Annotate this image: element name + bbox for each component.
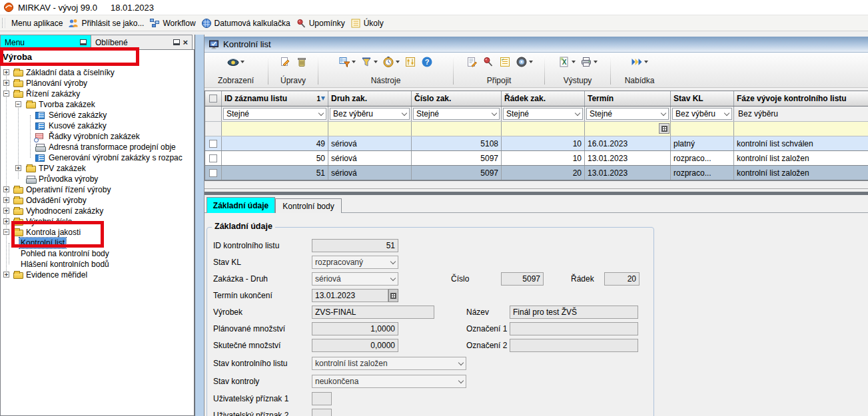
table-row-selected[interactable]: 51 sériová 5097 20 13.01.2023 rozpraco..… (205, 166, 868, 180)
tree-item-kontrolni-list[interactable]: Kontrolní list (1, 238, 194, 248)
row-checkbox[interactable] (209, 169, 217, 177)
tree-item-tpv-zakazek[interactable]: TPV zakázek (1, 163, 194, 174)
delete-button[interactable] (296, 56, 308, 68)
column-header-cislo-zak[interactable]: Číslo zak. (412, 91, 502, 106)
expand-icon[interactable] (3, 218, 9, 224)
minimize-icon[interactable] (80, 39, 87, 45)
horizontal-splitter[interactable] (205, 192, 868, 195)
menu-item-datumova-kalkulacka[interactable]: Datumová kalkulačka (199, 17, 293, 30)
minimize-icon[interactable] (173, 39, 180, 45)
table-filter-button[interactable] (338, 56, 356, 68)
menu-item-upominky[interactable]: Upomínky (293, 17, 348, 30)
table-row[interactable]: 49 sériová 5108 10 16.01.2023 platný kon… (205, 136, 868, 151)
tree-item-evidence-meridel[interactable]: Evidence měřidel (1, 270, 194, 280)
filter-mode-druh[interactable]: Bez výběru (330, 108, 410, 120)
column-header-druh-zak[interactable]: Druh zak. (328, 91, 412, 106)
menu-item-menu-aplikace[interactable]: Menu aplikace (9, 17, 65, 29)
checklist-button[interactable] (499, 56, 511, 68)
filter-mode-termin[interactable]: Stejné (586, 108, 669, 120)
attach-note-button[interactable] (466, 56, 478, 68)
filter-mode-id[interactable]: Stejné (223, 108, 326, 120)
expand-icon[interactable] (3, 272, 9, 278)
stav-kl-select[interactable]: rozpracovaný (312, 256, 398, 269)
expand-icon[interactable] (3, 208, 9, 214)
tree-item-vyhodnoceni-zakazky[interactable]: Vyhodnocení zakázky (1, 206, 194, 216)
excel-export-button[interactable]: X (558, 56, 576, 68)
tree-item-vyrobni-cisla[interactable]: Výrobní čísla (1, 216, 194, 227)
stav-kontrolniho-listu-select[interactable]: kontrolní list založen (312, 357, 466, 370)
calendar-icon[interactable] (388, 289, 398, 302)
settings-sliders-button[interactable] (404, 56, 416, 68)
chevrons-menu-button[interactable] (631, 56, 648, 68)
tree-item-zakladni-data[interactable]: Základní data a číselníky (1, 67, 194, 78)
menu-item-ukoly[interactable]: Úkoly (348, 17, 386, 30)
column-header-id-zaznamu[interactable]: ID záznamu listu 1 (222, 91, 328, 106)
calendar-icon[interactable] (659, 123, 669, 134)
filter-mode-cislo[interactable]: Stejné (413, 108, 500, 120)
tree-item-rizeni-zakazky[interactable]: Řízení zakázky (1, 89, 194, 99)
view-eye-button[interactable] (227, 56, 244, 68)
filter-input-faze[interactable] (734, 122, 868, 136)
funnel-filter-button[interactable] (360, 56, 378, 68)
uzivatelsky-priznak-1-field[interactable] (312, 392, 332, 405)
tree-item-tvorba-zakazek[interactable]: Tvorba zakázek (1, 99, 194, 110)
collapse-icon[interactable] (3, 91, 9, 97)
zakazka-druh-select[interactable]: sériová (312, 272, 398, 286)
tree-item-hlaseni-kontrolnich-bodu[interactable]: Hlášení kontrolních bodů (1, 259, 194, 270)
table-row[interactable]: 50 sériová 5097 10 13.01.2023 rozpraco..… (205, 151, 868, 166)
tree-item-pohled-na-kontrolni-body[interactable]: Pohled na kontrolní body (1, 248, 194, 259)
expand-icon[interactable] (15, 165, 21, 171)
filter-input-cislo[interactable] (412, 122, 502, 136)
filter-input-stav[interactable] (671, 122, 734, 136)
filter-input-druh[interactable] (328, 122, 412, 136)
uzivatelsky-priznak-2-field[interactable] (312, 409, 332, 416)
tree-item-planovani-vyroby[interactable]: Plánování výroby (1, 78, 194, 89)
column-header-stav-kl[interactable]: Stav KL (671, 91, 734, 106)
sidebar-tab-menu[interactable]: Menu (0, 35, 91, 49)
row-checkbox[interactable] (209, 154, 217, 162)
menu-item-workflow[interactable]: Workflow (147, 17, 198, 30)
tree-item-operativni-rizeni[interactable]: Operativní řízení výroby (1, 184, 194, 195)
termin-ukonceni-field[interactable]: 13.01.2023 (312, 289, 388, 302)
edit-button[interactable] (279, 56, 291, 68)
collapse-icon[interactable] (3, 229, 9, 235)
stav-kontroly-select[interactable]: neukončena (312, 375, 466, 388)
tree-item-generovani-vyrobni-zakazky[interactable]: Generování výrobní zakázky s rozpac (1, 152, 194, 163)
toolbar-grip[interactable] (2, 18, 5, 28)
media-button[interactable] (516, 56, 533, 68)
tab-kontrolni-body[interactable]: Kontrolní body (275, 198, 342, 213)
row-checkbox[interactable] (209, 140, 217, 148)
tree-item-kusove-zakazky[interactable]: Kusové zakázky (1, 120, 194, 131)
print-button[interactable] (580, 56, 598, 68)
filter-mode-stav[interactable]: Bez výběru (672, 108, 732, 120)
filter-input-radek[interactable] (502, 122, 585, 136)
tree-item-seriove-zakazky[interactable]: Sériové zakázky (1, 110, 194, 120)
filter-input-termin[interactable] (585, 122, 671, 136)
expand-icon[interactable] (3, 69, 9, 75)
tree-item-adresna-transformace[interactable]: Adresná transformace prodejní obje (1, 142, 194, 152)
close-icon[interactable]: × (183, 39, 188, 46)
collapse-icon[interactable] (15, 101, 21, 107)
tree-item-kontrola-jakosti[interactable]: Kontrola jakosti (1, 227, 194, 238)
vertical-splitter[interactable] (195, 35, 205, 416)
filter-input-id[interactable] (222, 122, 328, 136)
column-header-radek-zak[interactable]: Řádek zak. (502, 91, 585, 106)
help-button[interactable]: ? (421, 56, 433, 68)
clock-button[interactable] (382, 56, 400, 68)
filter-mode-faze[interactable]: Bez výběru (735, 108, 867, 120)
sidebar-tab-oblibene[interactable]: Oblíbené × (91, 35, 193, 49)
expand-icon[interactable] (3, 197, 9, 203)
expand-icon[interactable] (3, 80, 9, 86)
tree-item-pruvodka-vyroby[interactable]: Průvodka výroby (1, 174, 194, 184)
checkbox[interactable] (209, 95, 217, 103)
attach-pin-button[interactable] (482, 56, 494, 68)
tree-item-radky-vyrobnich-zakazek[interactable]: Řádky výrobních zakázek (1, 131, 194, 142)
filter-mode-radek[interactable]: Stejné (503, 108, 583, 120)
column-header-termin[interactable]: Termín (585, 91, 671, 106)
tab-zakladni-udaje[interactable]: Základní údaje (207, 197, 275, 213)
select-all-header[interactable] (205, 91, 222, 106)
tree-item-odvadeni-vyroby[interactable]: Odvádění výroby (1, 195, 194, 206)
expand-icon[interactable] (3, 186, 9, 192)
column-header-faze[interactable]: Fáze vývoje kontrolního listu (734, 91, 868, 106)
menu-item-prihlasit[interactable]: Přihlásit se jako... (65, 17, 147, 30)
